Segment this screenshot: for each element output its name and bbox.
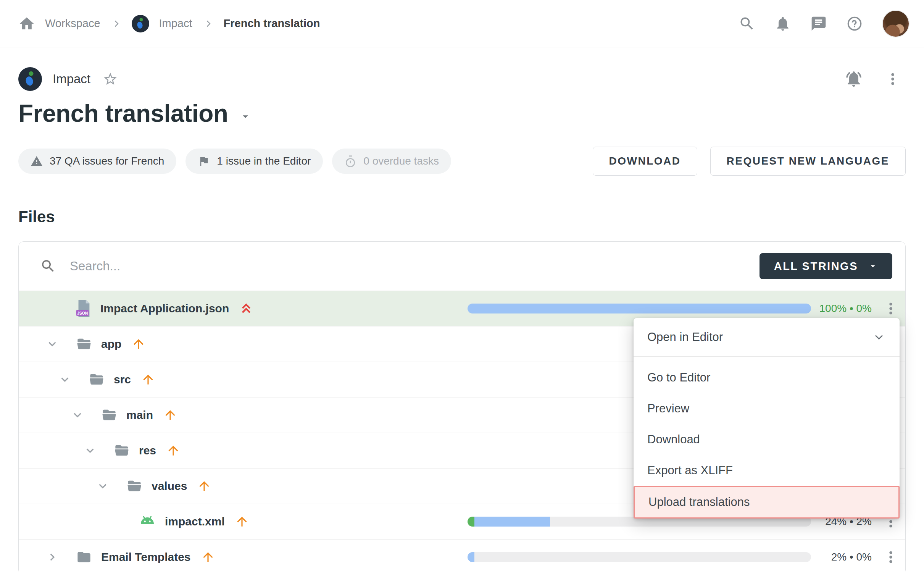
progress-bar [468, 552, 811, 562]
file-context-menu: Open in Editor Go to EditorPreviewDownlo… [634, 318, 900, 519]
flag-icon [198, 155, 210, 167]
translation-project-page: Workspace Impact French translation Impa… [0, 0, 924, 572]
page-title-row: French translation [18, 99, 906, 128]
collapse-folder-icon[interactable] [50, 372, 80, 387]
file-name: Impact Application.json [100, 302, 229, 315]
upload-arrow-icon[interactable] [141, 372, 155, 387]
expand-folder-icon[interactable] [37, 549, 68, 565]
navbar-actions [739, 10, 909, 37]
folder-open-icon [100, 407, 118, 423]
collapse-folder-icon[interactable] [62, 407, 93, 423]
menu-item-download[interactable]: Download [634, 424, 900, 455]
breadcrumb-workspace[interactable]: Workspace [45, 17, 100, 30]
files-heading: Files [18, 208, 906, 226]
folder-name: values [152, 480, 187, 493]
overdue-tasks-chip[interactable]: 0 overdue tasks [332, 149, 451, 174]
folder-name: main [126, 409, 153, 422]
language-caret-down-icon[interactable] [239, 110, 252, 123]
warning-icon [31, 155, 43, 167]
menu-item-upload-translations[interactable]: Upload translations [634, 486, 900, 519]
filter-label: ALL STRINGS [774, 260, 858, 273]
upload-arrow-icon[interactable] [197, 479, 211, 493]
caret-down-icon [868, 261, 878, 271]
upload-arrow-icon[interactable] [131, 337, 146, 351]
collapse-folder-icon[interactable] [37, 336, 68, 352]
editor-issues-label: 1 issue in the Editor [217, 155, 311, 167]
search-icon [40, 258, 56, 274]
json-icon: JSON [75, 299, 92, 318]
folder-row[interactable]: Email Templates2% • 0% [19, 539, 905, 572]
favorite-star-icon[interactable] [103, 71, 118, 87]
translated-progress-segment [468, 304, 811, 313]
status-and-actions-row: 37 QA issues for French 1 issue in the E… [18, 147, 906, 176]
qa-issues-chip[interactable]: 37 QA issues for French [18, 149, 176, 174]
progress-percentages: 100% • 0% [819, 302, 872, 315]
timer-icon [344, 155, 356, 167]
menu-item-go-to-editor[interactable]: Go to Editor [634, 362, 900, 393]
all-strings-filter-button[interactable]: ALL STRINGS [760, 253, 892, 279]
progress-bar [468, 304, 811, 313]
collapse-folder-icon[interactable] [87, 478, 118, 494]
file-name: impact.xml [165, 515, 225, 528]
home-icon[interactable] [18, 15, 35, 32]
project-header: Impact [18, 67, 906, 91]
search-icon[interactable] [739, 15, 755, 32]
chevron-right-icon [110, 18, 122, 29]
folder-name: src [114, 373, 131, 386]
request-new-language-button[interactable]: REQUEST NEW LANGUAGE [710, 147, 906, 176]
breadcrumb: Workspace Impact French translation [18, 15, 320, 32]
tree-indent-spacer [100, 514, 131, 529]
messages-icon[interactable] [810, 15, 827, 32]
folder-open-icon [88, 372, 105, 387]
tree-indent-spacer [37, 301, 68, 316]
user-avatar[interactable] [882, 10, 909, 37]
editor-issues-chip[interactable]: 1 issue in the Editor [185, 149, 323, 174]
folder-icon [75, 549, 93, 565]
row-kebab-menu-icon[interactable] [882, 300, 899, 317]
help-icon[interactable] [846, 15, 863, 32]
menu-item-open-in-editor[interactable]: Open in Editor [634, 318, 900, 356]
notifications-bell-icon[interactable] [774, 15, 791, 32]
files-toolbar: ALL STRINGS [19, 242, 905, 291]
project-header-actions [845, 70, 906, 88]
folder-open-icon [126, 478, 143, 494]
page-title: French translation [18, 99, 228, 128]
menu-item-export-as-xliff[interactable]: Export as XLIFF [634, 455, 900, 486]
qa-issues-label: 37 QA issues for French [50, 155, 164, 167]
folder-open-icon [113, 443, 131, 458]
svg-text:JSON: JSON [77, 311, 88, 315]
folder-name: Email Templates [101, 551, 191, 564]
translated-progress-segment [474, 517, 550, 527]
high-priority-icon [239, 301, 253, 316]
progress-percentages: 2% • 0% [831, 551, 872, 563]
folder-name: app [101, 338, 121, 351]
project-logo-icon [18, 67, 42, 91]
breadcrumb-current-page: French translation [224, 17, 320, 30]
android-icon [138, 512, 156, 531]
project-name[interactable]: Impact [53, 72, 90, 86]
upload-arrow-icon[interactable] [166, 443, 181, 458]
chevron-down-icon [872, 330, 886, 344]
collapse-folder-icon[interactable] [75, 443, 105, 458]
chevron-right-icon [202, 18, 214, 29]
row-kebab-menu-icon[interactable] [882, 549, 899, 566]
header-buttons: DOWNLOAD REQUEST NEW LANGUAGE [593, 147, 906, 176]
project-kebab-menu-icon[interactable] [885, 71, 900, 87]
upload-arrow-icon[interactable] [163, 408, 177, 422]
download-button[interactable]: DOWNLOAD [593, 147, 697, 176]
folder-name: res [139, 444, 156, 457]
project-logo-icon [132, 15, 149, 32]
project-notifications-icon[interactable] [845, 70, 863, 88]
menu-item-preview[interactable]: Preview [634, 393, 900, 424]
upload-arrow-icon[interactable] [235, 514, 249, 529]
overdue-tasks-label: 0 overdue tasks [363, 155, 439, 167]
approved-progress-segment [468, 517, 474, 527]
menu-item-label: Open in Editor [647, 330, 723, 344]
files-search-input[interactable] [69, 259, 821, 274]
top-navbar: Workspace Impact French translation [0, 0, 924, 47]
upload-arrow-icon[interactable] [201, 550, 215, 564]
menu-items-group: Go to EditorPreviewDownloadExport as XLI… [634, 357, 900, 519]
folder-open-icon [75, 336, 93, 352]
breadcrumb-project[interactable]: Impact [159, 17, 192, 30]
translated-progress-segment [468, 552, 474, 562]
